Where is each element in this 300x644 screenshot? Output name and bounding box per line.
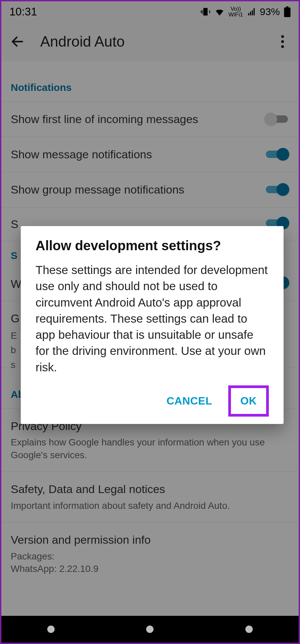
ok-button-highlight: OK: [228, 385, 269, 417]
cancel-button[interactable]: CANCEL: [157, 389, 222, 413]
nav-back[interactable]: [245, 626, 253, 633]
nav-recents[interactable]: [47, 626, 55, 633]
nav-home[interactable]: [146, 626, 154, 633]
dev-settings-dialog: Allow development settings? These settin…: [21, 226, 284, 424]
ok-button[interactable]: OK: [231, 389, 266, 413]
device-frame: 10:31 Vo)) WiFi1 93% Android Au: [0, 0, 300, 644]
navigation-bar: [1, 616, 299, 643]
dialog-actions: CANCEL OK: [36, 385, 269, 417]
dialog-title: Allow development settings?: [36, 238, 269, 253]
dialog-body: These settings are intended for developm…: [36, 262, 269, 375]
